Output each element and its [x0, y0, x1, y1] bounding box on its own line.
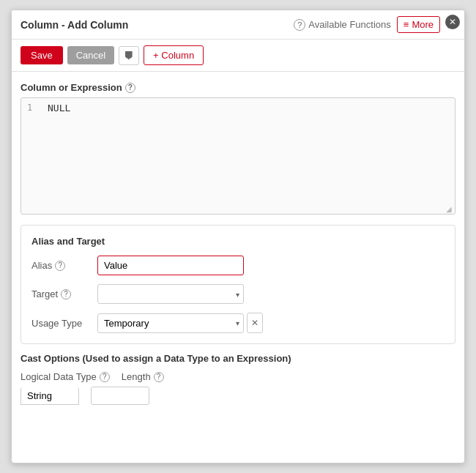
- length-help-icon[interactable]: ?: [154, 372, 164, 382]
- expression-help-icon[interactable]: ?: [125, 83, 135, 93]
- dialog-title: Column - Add Column: [21, 19, 128, 31]
- cast-row: Logical Data Type ? Length ?: [21, 371, 455, 382]
- logical-data-type-help-icon[interactable]: ?: [100, 372, 110, 382]
- target-label: Target ?: [31, 288, 97, 299]
- usage-type-dropdown-wrapper: Temporary Persistent None ▾: [97, 313, 244, 333]
- cast-options-section: Cast Options (Used to assign a Data Type…: [21, 353, 455, 405]
- length-input[interactable]: [91, 387, 149, 405]
- alias-label: Alias ?: [31, 260, 97, 271]
- save-button[interactable]: Save: [21, 46, 63, 64]
- add-column-button[interactable]: + Column: [144, 45, 204, 65]
- usage-type-control: Temporary Persistent None ▾ ✕: [97, 313, 445, 333]
- expression-section-label: Column or Expression ?: [21, 82, 455, 93]
- help-icon: ?: [294, 19, 305, 31]
- header-actions: ? Available Functions ≡ More ↗: [294, 16, 455, 33]
- expression-editor[interactable]: 1 NULL ◢: [21, 97, 455, 215]
- alias-input-wrapper: [97, 256, 445, 275]
- dialog-body: Column or Expression ? 1 NULL ◢ Alias an…: [12, 72, 464, 463]
- alias-row: Alias ?: [31, 256, 445, 275]
- more-button[interactable]: ≡ More: [397, 16, 440, 33]
- data-type-select[interactable]: String Integer Float Boolean Date: [21, 387, 79, 405]
- alias-target-section: Alias and Target Alias ? Target ?: [21, 225, 455, 344]
- cast-options-title: Cast Options (Used to assign a Data Type…: [21, 353, 455, 364]
- alias-input[interactable]: [97, 256, 244, 275]
- usage-type-row: Usage Type Temporary Persistent None ▾: [31, 313, 445, 333]
- target-help-icon[interactable]: ?: [61, 289, 71, 299]
- close-button[interactable]: ✕: [445, 15, 460, 29]
- toolbar: Save Cancel ⛊ + Column: [12, 40, 464, 72]
- shield-icon: ⛊: [124, 50, 134, 62]
- resize-handle[interactable]: ◢: [446, 205, 453, 212]
- alias-target-title: Alias and Target: [31, 236, 445, 247]
- target-row: Target ? ▾: [31, 284, 445, 304]
- shield-button[interactable]: ⛊: [119, 46, 139, 65]
- logical-data-type-label: Logical Data Type ?: [21, 371, 110, 382]
- data-type-select-wrapper: String Integer Float Boolean Date: [21, 387, 79, 405]
- menu-icon: ≡: [404, 19, 409, 30]
- target-select[interactable]: [97, 284, 244, 304]
- available-functions-button[interactable]: ? Available Functions: [294, 19, 391, 31]
- cancel-button[interactable]: Cancel: [67, 46, 114, 64]
- expression-line: 1 NULL: [21, 98, 455, 118]
- target-dropdown-wrapper: ▾: [97, 284, 244, 304]
- usage-type-select[interactable]: Temporary Persistent None: [97, 313, 244, 333]
- alias-help-icon[interactable]: ?: [55, 261, 65, 271]
- usage-type-row-inner: Temporary Persistent None ▾ ✕: [97, 313, 445, 333]
- cast-controls-row: String Integer Float Boolean Date: [21, 387, 455, 405]
- dialog: ✕ Column - Add Column ? Available Functi…: [11, 10, 465, 463]
- target-select-wrapper: ▾: [97, 284, 445, 304]
- dialog-header: Column - Add Column ? Available Function…: [12, 10, 464, 40]
- clear-icon: ✕: [251, 318, 259, 328]
- usage-type-clear-button[interactable]: ✕: [247, 313, 263, 333]
- usage-type-label: Usage Type: [31, 318, 97, 329]
- length-label: Length ?: [122, 371, 164, 382]
